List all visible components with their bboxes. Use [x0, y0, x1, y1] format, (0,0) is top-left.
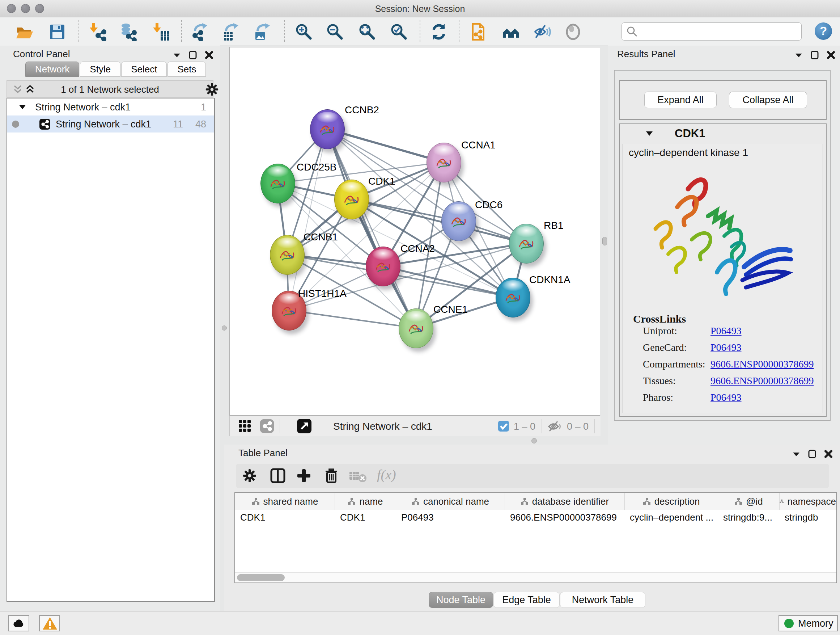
float-panel-icon[interactable]: [808, 450, 816, 458]
cloud-button[interactable]: [8, 615, 29, 631]
import-network-database-icon[interactable]: [118, 22, 137, 41]
search-input[interactable]: [622, 22, 802, 41]
memory-button[interactable]: Memory: [778, 615, 838, 631]
expand-all-button[interactable]: Expand All: [644, 92, 717, 108]
collapse-all-button[interactable]: Collapse All: [729, 92, 807, 108]
string-network-icon: [39, 119, 50, 130]
export-image-icon[interactable]: [253, 22, 271, 41]
column-header-database-identifier[interactable]: database identifier: [505, 493, 625, 510]
network-row-selected[interactable]: String Network – cdk1 11 48: [7, 116, 214, 133]
save-session-icon[interactable]: [48, 22, 66, 41]
crosslink-link[interactable]: 9606.ENSP00000378699: [711, 375, 813, 386]
table-cell[interactable]: stringdb: [780, 510, 836, 525]
zoom-selected-icon[interactable]: [390, 22, 409, 41]
collapse-panel-icon[interactable]: [795, 52, 803, 58]
horizontal-scrollbar[interactable]: [235, 572, 836, 583]
node-CDK1[interactable]: [334, 180, 369, 219]
network-list-options-gear-icon[interactable]: [204, 82, 219, 97]
collapse-panel-icon[interactable]: [792, 451, 800, 457]
node-table[interactable]: shared namenamecanonical namedatabase id…: [234, 492, 837, 583]
tab-node-table[interactable]: Node Table: [429, 592, 493, 608]
column-header--id[interactable]: @id: [718, 493, 780, 510]
open-session-icon[interactable]: [15, 22, 34, 41]
table-options-gear-icon[interactable]: [242, 468, 257, 484]
export-table-icon[interactable]: [221, 22, 240, 41]
close-panel-icon[interactable]: [824, 450, 833, 458]
node-CCNA1[interactable]: [426, 143, 461, 182]
node-CCNB2[interactable]: [310, 109, 345, 149]
houses-icon[interactable]: [501, 22, 520, 41]
results-panel-title: Results Panel: [617, 49, 675, 60]
tab-edge-table[interactable]: Edge Table: [493, 592, 560, 608]
selected-checkbox-icon[interactable]: [498, 421, 509, 432]
tab-sets[interactable]: Sets: [167, 62, 206, 77]
horizontal-splitter-grip[interactable]: [531, 438, 537, 443]
node-CCNE1[interactable]: [399, 309, 433, 348]
tab-network-table[interactable]: Network Table: [560, 592, 645, 608]
scrollbar-thumb[interactable]: [237, 574, 285, 581]
section-collapse-arrow-icon[interactable]: [646, 131, 653, 136]
delete-table-icon-disabled: [349, 469, 368, 483]
crosslink-link[interactable]: P06493: [711, 342, 742, 353]
zoom-out-icon[interactable]: [325, 22, 344, 41]
crosslink-link[interactable]: P06493: [711, 392, 742, 403]
node-label-CCNB1: CCNB1: [303, 231, 338, 243]
table-cell[interactable]: 9606.ENSP00000378699: [505, 510, 625, 525]
network-collection-row[interactable]: String Network – cdk1 1: [7, 98, 214, 116]
export-network-icon[interactable]: [190, 22, 209, 41]
refresh-icon[interactable]: [429, 22, 448, 41]
node-label-RB1: RB1: [544, 220, 563, 231]
tree-expand-arrow-icon[interactable]: [19, 104, 26, 110]
table-row[interactable]: CDK1CDK1P064939606.ENSP00000378699cyclin…: [235, 510, 836, 525]
toolbar-separator: [594, 419, 595, 433]
network-canvas[interactable]: CCNB2CCNA1CDC25BCDK1CDC6RB1CCNB1CCNA2CDK…: [229, 47, 600, 416]
collapse-panel-icon[interactable]: [173, 52, 181, 58]
node-CDKN1A[interactable]: [496, 278, 531, 318]
node-CDC6[interactable]: [441, 201, 476, 241]
node-RB1[interactable]: [509, 224, 544, 264]
column-header-shared-name[interactable]: shared name: [235, 493, 335, 510]
zoom-in-icon[interactable]: [294, 22, 313, 41]
left-splitter-grip[interactable]: [222, 325, 227, 331]
import-table-icon[interactable]: [152, 22, 171, 41]
tab-select[interactable]: Select: [121, 62, 167, 77]
table-cell[interactable]: CDK1: [235, 510, 335, 525]
tab-network[interactable]: Network: [25, 62, 79, 77]
share-view-icon[interactable]: [260, 419, 274, 433]
share-file-icon[interactable]: [469, 22, 488, 41]
column-header-description[interactable]: description: [625, 493, 718, 510]
import-network-file-icon[interactable]: [88, 22, 107, 41]
hidden-eye-icon: [547, 420, 562, 433]
zoom-fit-icon[interactable]: [358, 22, 377, 41]
selected-count: 1 – 0: [514, 421, 535, 432]
hide-show-icon[interactable]: [533, 22, 552, 41]
node-label-HIST1H1A: HIST1H1A: [298, 288, 347, 299]
table-cell[interactable]: P06493: [396, 510, 505, 525]
toolbar-separator: [542, 419, 542, 433]
delete-column-trash-icon[interactable]: [324, 467, 339, 485]
gray-eye-icon[interactable]: [564, 22, 583, 41]
table-cell[interactable]: CDK1: [335, 510, 396, 525]
create-column-plus-icon[interactable]: [296, 468, 312, 484]
help-icon[interactable]: ?: [815, 22, 832, 40]
table-cell[interactable]: cyclin–dependent ...: [625, 510, 718, 525]
node-CDC25B[interactable]: [261, 164, 295, 203]
float-panel-icon[interactable]: [189, 51, 197, 59]
column-header-name[interactable]: name: [335, 493, 396, 510]
grid-view-icon[interactable]: [238, 420, 251, 432]
external-view-icon[interactable]: [297, 419, 311, 433]
crosslink-link[interactable]: 9606.ENSP00000378699: [711, 358, 813, 370]
tab-style[interactable]: Style: [80, 62, 120, 77]
node-CCNB1[interactable]: [270, 235, 305, 275]
column-header-namespace[interactable]: namespace: [780, 493, 836, 510]
column-header-canonical-name[interactable]: canonical name: [396, 493, 505, 510]
close-panel-icon[interactable]: [205, 51, 213, 59]
right-splitter-grip[interactable]: [602, 237, 607, 245]
warning-button[interactable]: [39, 615, 60, 631]
float-panel-icon[interactable]: [811, 51, 819, 59]
select-columns-icon[interactable]: [270, 468, 286, 484]
node-CCNA2[interactable]: [366, 247, 401, 287]
crosslink-link[interactable]: P06493: [711, 325, 742, 337]
table-cell[interactable]: stringdb:9...: [718, 510, 780, 525]
close-panel-icon[interactable]: [827, 51, 835, 59]
